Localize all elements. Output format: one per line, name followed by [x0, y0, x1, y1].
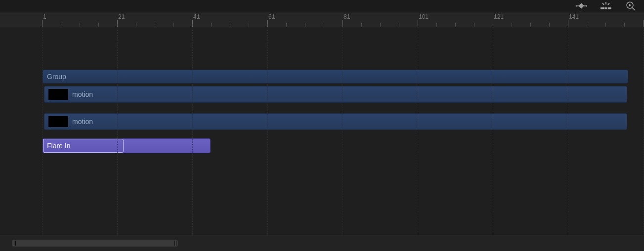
- ruler-tick-major: [267, 20, 268, 27]
- ruler-label: 101: [419, 13, 429, 20]
- ruler-tick-minor: [436, 23, 437, 27]
- timing-icon[interactable]: [600, 1, 612, 10]
- scroll-grip-left-icon[interactable]: [13, 241, 16, 246]
- ruler-tick-major: [192, 20, 193, 27]
- search-play-icon[interactable]: [624, 1, 637, 10]
- ruler-tick-minor: [380, 23, 381, 27]
- ruler-tick-minor: [155, 23, 155, 27]
- timeline-behavior-bar[interactable]: Flare In: [43, 138, 211, 153]
- ruler-tick-major: [117, 20, 118, 27]
- ruler-tick-minor: [305, 23, 305, 27]
- ruler-tick-minor: [399, 23, 399, 27]
- ruler-tick-minor: [98, 23, 99, 27]
- ruler-tick-minor: [512, 23, 512, 27]
- ruler-label: 121: [494, 13, 504, 20]
- layer-label: motion: [72, 90, 93, 98]
- behavior-label: Flare In: [47, 142, 70, 150]
- timeline-group-bar[interactable]: Group: [43, 70, 628, 84]
- svg-marker-13: [629, 4, 632, 6]
- ruler-label: 141: [569, 13, 579, 20]
- ruler-tick-major: [568, 20, 568, 27]
- ruler-tick-minor: [61, 23, 61, 27]
- ruler-label: 1: [43, 13, 46, 20]
- timeline-gridline: [192, 27, 193, 235]
- ruler-tick-minor: [286, 23, 287, 27]
- ruler-tick-minor: [80, 23, 80, 27]
- ruler-label: 21: [118, 13, 125, 20]
- keyframe-editor-icon[interactable]: [575, 1, 588, 10]
- timeline-gridline: [418, 27, 418, 235]
- ruler-label: 61: [268, 13, 275, 20]
- svg-line-6: [602, 3, 604, 5]
- ruler-tick-minor: [624, 23, 625, 27]
- timeline-gridline: [42, 27, 43, 235]
- layer-label: motion: [72, 118, 93, 126]
- ruler-tick-major: [418, 20, 418, 27]
- ruler-tick-minor: [549, 23, 550, 27]
- ruler-tick-minor: [587, 23, 587, 27]
- timeline-layer-bar-1[interactable]: motion: [44, 86, 627, 103]
- svg-point-0: [576, 5, 577, 7]
- scroll-grip-right-icon[interactable]: [174, 241, 176, 246]
- ruler-tick-minor: [173, 23, 174, 27]
- ruler-tick-minor: [249, 23, 249, 27]
- ruler-tick-major: [643, 20, 644, 27]
- timeline-layer-bar-2[interactable]: motion: [44, 113, 627, 130]
- timeline-scroll-area: [0, 235, 644, 251]
- horizontal-scrollbar[interactable]: [12, 240, 178, 247]
- timeline-gridline: [568, 27, 568, 235]
- clip-thumbnail: [48, 89, 68, 100]
- ruler-tick-minor: [474, 23, 474, 27]
- ruler-tick-minor: [211, 23, 212, 27]
- svg-rect-10: [608, 7, 611, 9]
- svg-rect-9: [604, 7, 607, 9]
- ruler-tick-major: [493, 20, 493, 27]
- ruler-label: 41: [193, 13, 200, 20]
- ruler-tick-minor: [605, 23, 606, 27]
- timeline-body[interactable]: Group motion motion Flare In: [0, 27, 644, 235]
- svg-point-4: [586, 5, 587, 7]
- clip-thumbnail: [48, 116, 68, 127]
- ruler-tick-minor: [136, 23, 136, 27]
- timeline-gridline: [117, 27, 118, 235]
- svg-rect-8: [601, 7, 604, 9]
- ruler-tick-major: [343, 20, 343, 27]
- timeline-gridline: [643, 27, 644, 235]
- timeline-gridline: [493, 27, 493, 235]
- svg-line-7: [608, 3, 609, 5]
- timeline-ruler[interactable]: 121416181101121141: [0, 12, 644, 27]
- ruler-label: 81: [343, 13, 350, 20]
- ruler-tick-minor: [230, 23, 230, 27]
- ruler-tick-minor: [361, 23, 362, 27]
- ruler-tick-major: [42, 20, 43, 27]
- ruler-tick-minor: [324, 23, 324, 27]
- ruler-tick-minor: [455, 23, 456, 27]
- timeline-gridline: [267, 27, 268, 235]
- timeline-gridline: [343, 27, 343, 235]
- svg-line-12: [633, 8, 635, 10]
- group-label: Group: [47, 73, 66, 81]
- ruler-tick-minor: [530, 23, 531, 27]
- timeline-toolbar: [0, 0, 644, 12]
- svg-rect-2: [579, 3, 584, 8]
